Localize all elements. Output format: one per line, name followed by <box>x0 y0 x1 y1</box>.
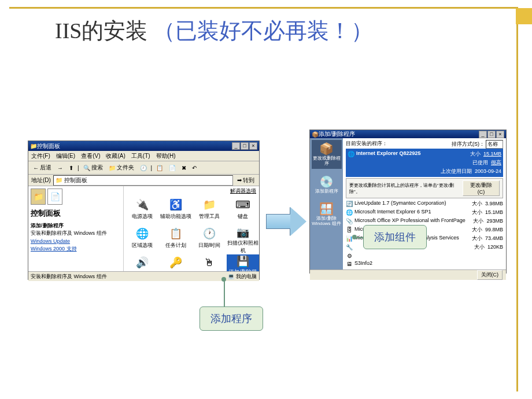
size-value: 120KB <box>487 244 503 250</box>
folders-button[interactable]: 📁文件夹 <box>107 163 136 172</box>
cp-item-icon: 📋 <box>168 226 184 242</box>
cp-item[interactable]: ♿辅助功能选项 <box>160 197 192 226</box>
size-value: 73.4MB <box>485 235 503 241</box>
minimize-button[interactable]: _ <box>232 142 240 150</box>
program-icon: ⚙ <box>346 252 353 259</box>
cp-item-label: 区域选项 <box>132 242 153 249</box>
cp-item-icon: 🕐 <box>201 226 217 242</box>
program-row[interactable]: 🖥S3Info2 <box>346 260 503 268</box>
cp-item-label: 键盘 <box>238 213 248 220</box>
minimize-button-r[interactable]: _ <box>479 131 487 138</box>
sidebar-item-icon: 🪟 <box>319 202 334 215</box>
pane-title: 控制面板 <box>31 208 121 219</box>
program-icon: 📎 <box>346 217 353 224</box>
menu-view[interactable]: 查看(V) <box>81 152 100 160</box>
program-list-pane: 目前安装的程序： 排序方式(S)： 名称 🌐Internet Explorer … <box>343 138 506 269</box>
sidebar-item-icon: 💿 <box>319 175 334 188</box>
cp-item[interactable]: 📁管理工具 <box>193 197 226 226</box>
program-name: Microsoft Office XP Professional with Fr… <box>354 217 466 225</box>
title-note: （已装好不必再装！） <box>153 19 373 43</box>
pane-desc: 安装和删除程序及 Windows 组件 <box>31 230 121 237</box>
size-value: 3.98MB <box>485 201 503 206</box>
slide-title: IIS的安装 （已装好不必再装！） <box>55 16 373 46</box>
window-title: 控制面板 <box>37 142 60 150</box>
sidebar-item[interactable]: 🪟添加/删除 Windows 组件 <box>312 200 342 229</box>
search-button[interactable]: 🔍搜索 <box>82 163 105 172</box>
cp-icon: 📁 <box>31 189 46 205</box>
size-value: 293MB <box>486 218 503 224</box>
history-button[interactable]: 🕘 <box>138 164 149 172</box>
sidebar-item-label: 添加新程序 <box>315 189 338 194</box>
close-dialog-button[interactable]: 关闭(C) <box>477 270 503 280</box>
maximize-button[interactable]: □ <box>241 142 249 150</box>
program-row[interactable]: 📎Microsoft Office XP Professional with F… <box>346 217 503 226</box>
sidebar-item[interactable]: 📦更改或删除程序 <box>312 140 342 169</box>
corner-block <box>516 8 532 24</box>
cp-item[interactable]: 🔑授权 <box>160 254 192 271</box>
size-label: 大小 <box>473 218 483 224</box>
program-icon: 🌐 <box>346 209 353 216</box>
move-button[interactable]: 📋 <box>154 164 165 172</box>
cp-item[interactable]: 💾添加/删除程序 <box>227 254 259 271</box>
program-icon: 🗄 <box>346 226 353 233</box>
window-title-r: 添加/删除程序 <box>319 130 355 138</box>
arrow-icon <box>266 207 308 236</box>
cp-item-icon: 📁 <box>201 197 217 213</box>
cp-item[interactable]: 🕐日期/时间 <box>193 226 226 254</box>
up-button[interactable]: ⬆ <box>67 164 75 172</box>
selected-program[interactable]: 🌐Internet Explorer Q822925大小 15.1MB 已使用 … <box>346 149 503 177</box>
toolbar: ← 后退 → ⬆ | 🔍搜索 📁文件夹 🕘 | 📋 📄 ✖ ↶ <box>28 161 259 175</box>
back-button[interactable]: ← 后退 <box>31 163 53 172</box>
menu-tools[interactable]: 工具(T) <box>131 152 150 160</box>
sort-select[interactable]: 名称 <box>486 140 503 149</box>
cp-item-icon: 🔑 <box>168 254 184 271</box>
cp-item[interactable]: ⌨键盘 <box>227 197 259 226</box>
cp-item[interactable]: 📷扫描仪和照相机 <box>227 226 259 254</box>
size-label: 大小 <box>474 244 485 250</box>
link-windows-update[interactable]: Windows Update <box>31 238 121 244</box>
menu-favorites[interactable]: 收藏(A) <box>106 152 125 160</box>
add-remove-window: 📦 添加/删除程序 _ □ × 📦更改或删除程序💿添加新程序🪟添加/删除 Win… <box>309 130 507 274</box>
close-button[interactable]: × <box>249 142 257 150</box>
sidebar-item-label: 添加/删除 Windows 组件 <box>312 216 342 227</box>
folder-icon: 📁 <box>30 143 37 149</box>
title-main: IIS的安装 <box>55 19 147 43</box>
close-button-r[interactable]: × <box>496 131 504 138</box>
cp-item[interactable]: 📋任务计划 <box>160 226 192 254</box>
cp-item[interactable]: 🌐区域选项 <box>126 226 158 254</box>
copy-button[interactable]: 📄 <box>167 164 178 172</box>
cp-item-icon: 🔊 <box>134 254 150 271</box>
cp-item-label: 添加/删除程序 <box>227 268 259 271</box>
cp-item[interactable]: 🔊声音和多媒体 <box>126 254 158 271</box>
menu-edit[interactable]: 编辑(E) <box>56 152 75 160</box>
undo-button[interactable]: ↶ <box>190 164 198 172</box>
change-remove-button[interactable]: 更改/删除(C) <box>463 180 500 196</box>
size-label: 大小 <box>472 235 482 241</box>
program-name: LiveUpdate 1.7 (Symantec Corporation) <box>354 200 446 208</box>
pointer-line-2 <box>356 237 364 238</box>
address-label: 地址(D) <box>31 176 51 184</box>
forward-button[interactable]: → <box>56 164 65 172</box>
installed-label: 目前安装的程序： <box>346 140 387 149</box>
go-button[interactable]: ➡ 转到 <box>235 176 256 185</box>
maximize-button-r[interactable]: □ <box>487 131 496 138</box>
size-label: 大小 <box>472 201 482 206</box>
delete-button[interactable]: ✖ <box>180 164 188 172</box>
program-row[interactable]: ⚙ <box>346 252 503 260</box>
menu-file[interactable]: 文件(F) <box>31 152 50 160</box>
sidebar-item-label: 更改或删除程序 <box>312 156 342 167</box>
program-row[interactable]: 🔄LiveUpdate 1.7 (Symantec Corporation)大小… <box>346 200 503 208</box>
menu-bar: 文件(F) 编辑(E) 查看(V) 收藏(A) 工具(T) 帮助(H) <box>28 151 259 161</box>
address-bar: 地址(D) 📁 控制面板 ➡ 转到 <box>28 175 259 186</box>
link-windows-support[interactable]: Windows 2000 支持 <box>31 245 121 253</box>
modem-options-link[interactable]: 解调器选项 <box>230 187 256 195</box>
cp-item[interactable]: 🔌电源选项 <box>126 197 158 226</box>
program-name: Microsoft Internet Explorer 6 SP1 <box>354 209 431 216</box>
menu-help[interactable]: 帮助(H) <box>156 152 176 160</box>
cp-item[interactable]: 🖱鼠标 <box>193 254 226 271</box>
address-input[interactable]: 📁 控制面板 <box>53 175 233 186</box>
sidebar-item[interactable]: 💿添加新程序 <box>312 170 342 199</box>
titlebar-right: 📦 添加/删除程序 _ □ × <box>310 130 506 138</box>
program-row[interactable]: 🌐Microsoft Internet Explorer 6 SP1大小 15.… <box>346 208 503 217</box>
size-value: 15.1MB <box>485 209 503 215</box>
